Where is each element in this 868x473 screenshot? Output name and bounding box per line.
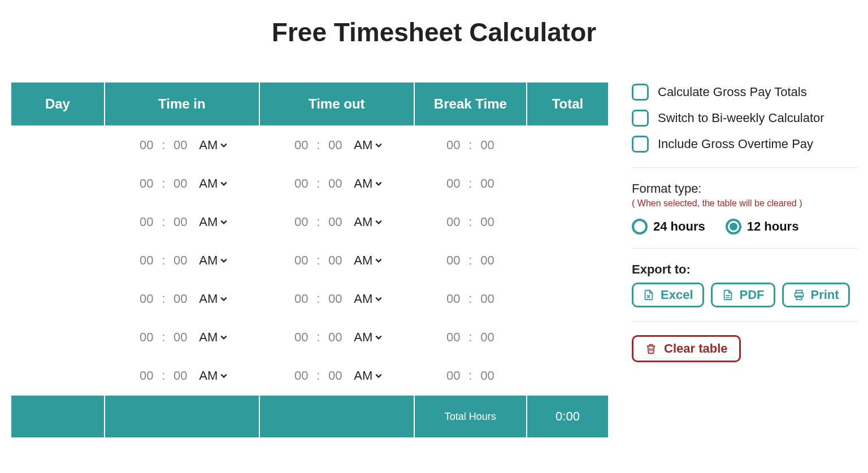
chevron-down-icon [375, 333, 383, 341]
time-in-hours-input[interactable] [136, 137, 157, 153]
day-name: Friday [11, 280, 104, 318]
checkbox-label: Switch to Bi-weekly Calculator [658, 111, 824, 125]
time-in-minutes-input[interactable] [170, 214, 191, 230]
time-in-minutes-input[interactable] [170, 329, 191, 345]
time-out-minutes-input[interactable] [324, 214, 346, 230]
time-out-minutes-input[interactable] [324, 291, 346, 307]
time-out-ampm-select[interactable]: AM [354, 138, 383, 153]
cell-time-in: : AM [105, 242, 259, 279]
colon: : [468, 330, 472, 345]
time-in-minutes-input[interactable] [170, 253, 191, 268]
time-out-ampm-select[interactable]: AM [354, 330, 383, 345]
break-hours-input[interactable] [442, 214, 464, 230]
checkbox-icon [632, 136, 649, 153]
checkbox-label: Include Gross Overtime Pay [658, 137, 813, 151]
time-in-hours-input[interactable] [136, 368, 157, 384]
cell-time-in: : AM [105, 280, 259, 318]
time-in-minutes-input[interactable] [170, 291, 191, 307]
time-out-minutes-input[interactable] [324, 253, 346, 268]
time-in-ampm-select[interactable]: AM [199, 368, 228, 383]
time-in-minutes-input[interactable] [170, 137, 191, 153]
time-in-hours-input[interactable] [136, 329, 157, 345]
break-hours-input[interactable] [442, 329, 464, 345]
time-in-ampm-select[interactable]: AM [199, 330, 228, 345]
break-minutes-input[interactable] [476, 368, 498, 384]
time-in-hours-input[interactable] [136, 214, 157, 230]
export-print-button[interactable]: Print [782, 283, 850, 307]
day-name: Saturday [11, 319, 104, 356]
divider [632, 167, 858, 168]
time-in-minutes-input[interactable] [170, 368, 191, 384]
break-minutes-input[interactable] [476, 214, 498, 230]
row-total: 0:00 [527, 127, 608, 164]
cell-break: : [415, 280, 526, 318]
table-row: Tuesday : AM : AM [11, 165, 608, 202]
colon: : [468, 292, 472, 306]
break-hours-input[interactable] [442, 253, 464, 268]
break-minutes-input[interactable] [476, 137, 498, 153]
time-out-hours-input[interactable] [290, 291, 312, 307]
checkbox-gross-pay[interactable]: Calculate Gross Pay Totals [632, 84, 858, 101]
cell-time-out: : AM [260, 203, 414, 241]
break-hours-input[interactable] [442, 368, 464, 384]
time-out-hours-input[interactable] [290, 137, 312, 153]
footer-blank [11, 396, 104, 437]
time-in-hours-input[interactable] [136, 253, 157, 268]
button-label: Print [811, 288, 839, 302]
break-minutes-input[interactable] [476, 291, 498, 307]
break-hours-input[interactable] [442, 291, 464, 307]
break-hours-input[interactable] [442, 137, 464, 153]
break-minutes-input[interactable] [476, 176, 498, 192]
clear-table-button[interactable]: Clear table [632, 335, 741, 362]
time-out-hours-input[interactable] [290, 368, 312, 384]
chevron-down-icon [220, 218, 228, 226]
trash-icon [645, 342, 657, 355]
break-minutes-input[interactable] [476, 329, 498, 345]
time-out-hours-input[interactable] [290, 329, 312, 345]
radio-12-hours[interactable]: 12 hours [726, 219, 799, 235]
checkbox-biweekly[interactable]: Switch to Bi-weekly Calculator [632, 110, 858, 127]
time-in-minutes-input[interactable] [170, 176, 191, 192]
time-out-ampm-select[interactable]: AM [354, 215, 383, 229]
time-out-minutes-input[interactable] [324, 176, 346, 192]
time-in-hours-input[interactable] [136, 176, 157, 192]
time-out-ampm-select[interactable]: AM [354, 292, 383, 306]
export-pdf-button[interactable]: PDF [711, 283, 775, 307]
total-hours-value: 0:00 [527, 396, 608, 437]
cell-break: : [415, 165, 526, 202]
table-row: Sunday : AM : AM [11, 357, 608, 394]
time-in-ampm-select[interactable]: AM [199, 138, 228, 153]
break-hours-input[interactable] [442, 176, 464, 192]
time-out-ampm-select[interactable]: AM [354, 368, 383, 383]
colon: : [316, 138, 320, 153]
table-row: Thursday : AM : A [11, 242, 608, 279]
time-in-ampm-select[interactable]: AM [199, 292, 228, 306]
ampm-label: AM [354, 215, 372, 229]
time-out-minutes-input[interactable] [324, 137, 346, 153]
ampm-label: AM [354, 330, 372, 345]
radio-24-hours[interactable]: 24 hours [632, 219, 705, 235]
chevron-down-icon [375, 218, 383, 226]
time-in-ampm-select[interactable]: AM [199, 215, 228, 229]
time-out-minutes-input[interactable] [324, 368, 346, 384]
time-out-ampm-select[interactable]: AM [354, 253, 383, 268]
checkbox-icon [632, 84, 649, 101]
time-in-hours-input[interactable] [136, 291, 157, 307]
chevron-down-icon [375, 295, 383, 303]
checkbox-overtime[interactable]: Include Gross Overtime Pay [632, 136, 858, 153]
break-minutes-input[interactable] [476, 253, 498, 268]
time-in-ampm-select[interactable]: AM [199, 176, 228, 191]
time-out-ampm-select[interactable]: AM [354, 176, 383, 191]
time-out-hours-input[interactable] [290, 214, 312, 230]
chevron-down-icon [220, 372, 228, 380]
time-in-ampm-select[interactable]: AM [199, 253, 228, 268]
colon: : [316, 176, 320, 191]
export-excel-button[interactable]: Excel [632, 283, 704, 307]
cell-time-in: : AM [105, 319, 259, 356]
time-out-hours-input[interactable] [290, 176, 312, 192]
time-out-minutes-input[interactable] [324, 329, 346, 345]
checkbox-label: Calculate Gross Pay Totals [658, 85, 807, 99]
time-out-hours-input[interactable] [290, 253, 312, 268]
th-time-in: Time in [105, 83, 259, 125]
cell-time-out: : AM [260, 280, 414, 318]
